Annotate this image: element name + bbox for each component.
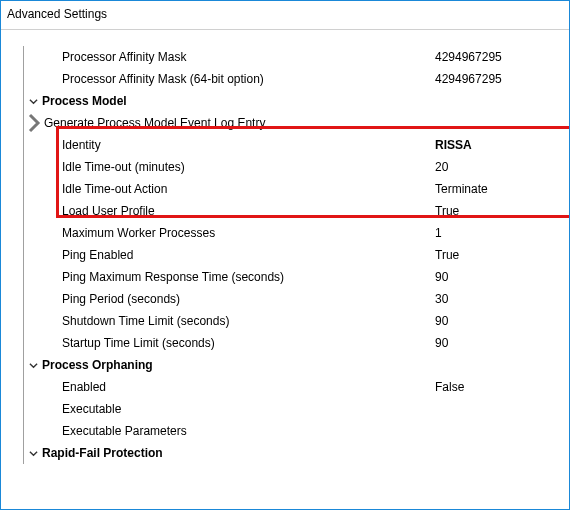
- row-generate-process-model-event-log[interactable]: Generate Process Model Event Log Entry: [24, 112, 569, 134]
- chevron-right-icon[interactable]: [24, 113, 44, 133]
- property-label: Ping Enabled: [42, 248, 429, 262]
- row-ping-period[interactable]: Ping Period (seconds) 30: [24, 288, 569, 310]
- row-startup-time-limit[interactable]: Startup Time Limit (seconds) 90: [24, 332, 569, 354]
- property-label: Startup Time Limit (seconds): [42, 336, 429, 350]
- category-label: Rapid-Fail Protection: [42, 446, 429, 460]
- property-value[interactable]: Terminate: [429, 182, 569, 196]
- row-idle-timeout[interactable]: Idle Time-out (minutes) 20: [24, 156, 569, 178]
- property-grid: Processor Affinity Mask 4294967295 Proce…: [23, 46, 569, 464]
- category-process-orphaning[interactable]: Process Orphaning: [24, 354, 569, 376]
- property-label: Processor Affinity Mask: [42, 50, 429, 64]
- category-label: Process Model: [42, 94, 429, 108]
- category-process-model[interactable]: Process Model: [24, 90, 569, 112]
- property-label: Processor Affinity Mask (64-bit option): [42, 72, 429, 86]
- row-identity[interactable]: Identity RISSA: [24, 134, 569, 156]
- property-value[interactable]: True: [429, 248, 569, 262]
- property-value[interactable]: 4294967295: [429, 72, 569, 86]
- row-processor-affinity-mask[interactable]: Processor Affinity Mask 4294967295: [24, 46, 569, 68]
- row-load-user-profile[interactable]: Load User Profile True: [24, 200, 569, 222]
- chevron-down-icon[interactable]: [24, 97, 42, 106]
- property-label: Load User Profile: [42, 204, 429, 218]
- property-value[interactable]: RISSA: [429, 138, 569, 152]
- window-title: Advanced Settings: [1, 1, 569, 29]
- property-label: Shutdown Time Limit (seconds): [42, 314, 429, 328]
- property-label: Executable: [42, 402, 429, 416]
- property-value[interactable]: 90: [429, 336, 569, 350]
- property-label: Executable Parameters: [42, 424, 429, 438]
- row-idle-timeout-action[interactable]: Idle Time-out Action Terminate: [24, 178, 569, 200]
- property-value[interactable]: 90: [429, 270, 569, 284]
- category-rapid-fail-protection[interactable]: Rapid-Fail Protection: [24, 442, 569, 464]
- property-value[interactable]: 90: [429, 314, 569, 328]
- row-ping-enabled[interactable]: Ping Enabled True: [24, 244, 569, 266]
- row-max-worker-processes[interactable]: Maximum Worker Processes 1: [24, 222, 569, 244]
- property-value[interactable]: False: [429, 380, 569, 394]
- row-shutdown-time-limit[interactable]: Shutdown Time Limit (seconds) 90: [24, 310, 569, 332]
- property-value[interactable]: 20: [429, 160, 569, 174]
- property-label: Generate Process Model Event Log Entry: [44, 116, 429, 130]
- row-ping-max-response[interactable]: Ping Maximum Response Time (seconds) 90: [24, 266, 569, 288]
- row-processor-affinity-mask-64[interactable]: Processor Affinity Mask (64-bit option) …: [24, 68, 569, 90]
- property-label: Ping Period (seconds): [42, 292, 429, 306]
- property-value[interactable]: 30: [429, 292, 569, 306]
- property-label: Identity: [42, 138, 429, 152]
- property-label: Idle Time-out Action: [42, 182, 429, 196]
- row-orphaning-enabled[interactable]: Enabled False: [24, 376, 569, 398]
- property-label: Ping Maximum Response Time (seconds): [42, 270, 429, 284]
- chevron-down-icon[interactable]: [24, 449, 42, 458]
- property-value[interactable]: 1: [429, 226, 569, 240]
- property-label: Maximum Worker Processes: [42, 226, 429, 240]
- property-value[interactable]: 4294967295: [429, 50, 569, 64]
- property-grid-container: Processor Affinity Mask 4294967295 Proce…: [1, 30, 569, 464]
- property-label: Enabled: [42, 380, 429, 394]
- property-label: Idle Time-out (minutes): [42, 160, 429, 174]
- property-value[interactable]: True: [429, 204, 569, 218]
- row-orphaning-executable-params[interactable]: Executable Parameters: [24, 420, 569, 442]
- chevron-down-icon[interactable]: [24, 361, 42, 370]
- category-label: Process Orphaning: [42, 358, 429, 372]
- row-orphaning-executable[interactable]: Executable: [24, 398, 569, 420]
